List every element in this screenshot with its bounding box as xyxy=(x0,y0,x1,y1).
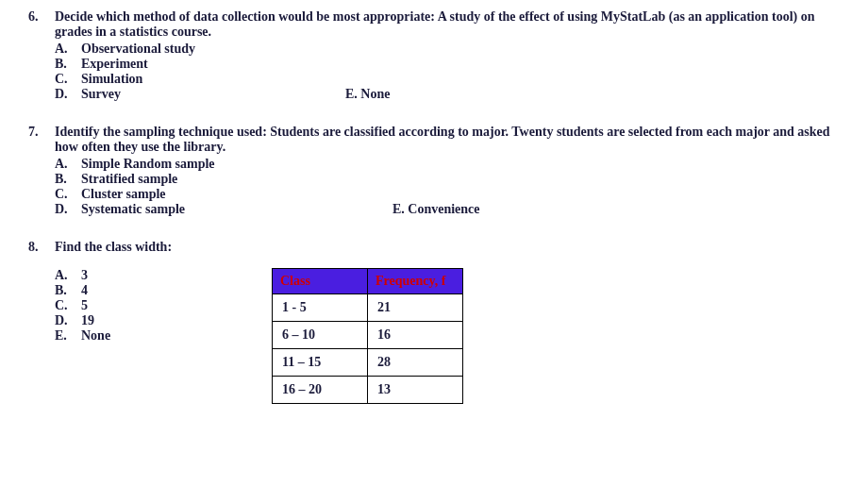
option-d: D.19 xyxy=(55,313,272,328)
option-text: Simple Random sample xyxy=(81,157,215,172)
option-letter: A. xyxy=(55,42,81,57)
option-text: Cluster sample xyxy=(81,187,166,202)
question-number: 6. xyxy=(28,9,55,25)
table-cell: 13 xyxy=(368,377,463,404)
option-text: Systematic sample xyxy=(81,202,392,217)
question-6-options: A.Observational study B.Experiment C.Sim… xyxy=(55,42,840,102)
option-c: C.Cluster sample xyxy=(55,187,840,202)
option-letter: B. xyxy=(55,172,81,187)
table-header-class: Class xyxy=(273,269,368,294)
option-d-e: D. Systematic sample E. Convenience xyxy=(55,202,840,217)
option-text: Simulation xyxy=(81,72,142,87)
option-text: Stratified sample xyxy=(81,172,177,187)
question-6: 6. Decide which method of data collectio… xyxy=(28,9,840,102)
option-text: Survey xyxy=(81,87,345,102)
option-e: E. None xyxy=(345,87,390,102)
option-text: 5 xyxy=(81,298,88,313)
option-letter: A. xyxy=(55,157,81,172)
option-c: C.5 xyxy=(55,298,272,313)
table-cell: 16 xyxy=(368,322,463,349)
frequency-table: Class Frequency, f 1 - 521 6 – 1016 11 –… xyxy=(272,268,463,404)
question-7-options: A.Simple Random sample B.Stratified samp… xyxy=(55,157,840,217)
question-8: 8. Find the class width: A.3 B.4 C.5 D.1… xyxy=(28,240,840,404)
option-letter: A. xyxy=(55,268,81,283)
option-b: B.Stratified sample xyxy=(55,172,840,187)
question-8-options: A.3 B.4 C.5 D.19 E.None xyxy=(55,268,272,404)
option-text: 4 xyxy=(81,283,88,298)
option-a: A.Observational study xyxy=(55,42,840,57)
table-row: 16 – 2013 xyxy=(273,377,463,404)
question-7-stem: 7. Identify the sampling technique used:… xyxy=(28,125,840,155)
option-text: None xyxy=(81,328,110,344)
table-row: 1 - 521 xyxy=(273,294,463,322)
table-cell: 21 xyxy=(368,294,463,322)
option-a: A.Simple Random sample xyxy=(55,157,840,172)
table-cell: 28 xyxy=(368,349,463,377)
option-b: B.4 xyxy=(55,283,272,298)
option-text: 19 xyxy=(81,313,94,328)
question-number: 8. xyxy=(28,240,55,255)
question-text: Decide which method of data collection w… xyxy=(55,9,840,40)
question-8-stem: 8. Find the class width: xyxy=(28,240,840,255)
option-a: A.3 xyxy=(55,268,272,283)
option-letter: D. xyxy=(55,202,81,217)
option-letter: B. xyxy=(55,283,81,298)
question-6-stem: 6. Decide which method of data collectio… xyxy=(28,9,840,40)
option-e: E. Convenience xyxy=(392,202,480,217)
table-header-frequency: Frequency, f xyxy=(368,269,463,294)
option-d-e: D. Survey E. None xyxy=(55,87,840,102)
option-e: E.None xyxy=(55,328,272,344)
question-7: 7. Identify the sampling technique used:… xyxy=(28,125,840,217)
table-cell: 1 - 5 xyxy=(273,294,368,322)
option-letter: C. xyxy=(55,72,81,87)
table-cell: 16 – 20 xyxy=(273,377,368,404)
table-cell: 6 – 10 xyxy=(273,322,368,349)
question-text: Find the class width: xyxy=(55,240,840,255)
option-b: B.Experiment xyxy=(55,57,840,72)
question-text: Identify the sampling technique used: St… xyxy=(55,125,840,155)
option-c: C.Simulation xyxy=(55,72,840,87)
question-number: 7. xyxy=(28,125,55,140)
option-letter: B. xyxy=(55,57,81,72)
table-row: 11 – 1528 xyxy=(273,349,463,377)
table-header-row: Class Frequency, f xyxy=(273,269,463,294)
option-letter: D. xyxy=(55,313,81,328)
option-letter: D. xyxy=(55,87,81,102)
option-letter: C. xyxy=(55,187,81,202)
option-text: Observational study xyxy=(81,42,195,57)
question-8-body: A.3 B.4 C.5 D.19 E.None Class Frequency,… xyxy=(55,268,840,404)
table-cell: 11 – 15 xyxy=(273,349,368,377)
option-letter: C. xyxy=(55,298,81,313)
option-letter: E. xyxy=(55,328,81,344)
option-text: Experiment xyxy=(81,57,148,72)
table-row: 6 – 1016 xyxy=(273,322,463,349)
option-text: 3 xyxy=(81,268,88,283)
